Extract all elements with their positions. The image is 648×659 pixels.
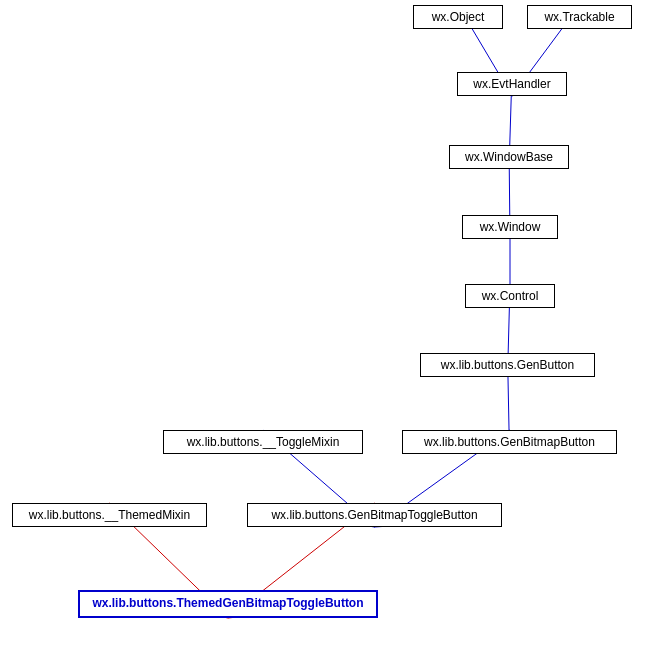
node-wxControl: wx.Control (465, 284, 555, 308)
node-wxThemedMixin: wx.lib.buttons.__ThemedMixin (12, 503, 207, 527)
node-wxTrackable: wx.Trackable (527, 5, 632, 29)
node-wxObject: wx.Object (413, 5, 503, 29)
diagram-container: wx.Objectwx.Trackablewx.EvtHandlerwx.Win… (0, 0, 648, 659)
node-wxGenBitmapButton: wx.lib.buttons.GenBitmapButton (402, 430, 617, 454)
node-wxGenButton: wx.lib.buttons.GenButton (420, 353, 595, 377)
node-wxGenBitmapToggleButton: wx.lib.buttons.GenBitmapToggleButton (247, 503, 502, 527)
node-wxWindow: wx.Window (462, 215, 558, 239)
node-wxThemedGenBitmapToggleButton: wx.lib.buttons.ThemedGenBitmapToggleButt… (78, 590, 378, 618)
node-wxWindowBase: wx.WindowBase (449, 145, 569, 169)
node-wxEvtHandler: wx.EvtHandler (457, 72, 567, 96)
arrows-svg (0, 0, 648, 659)
node-wxToggleMixin: wx.lib.buttons.__ToggleMixin (163, 430, 363, 454)
